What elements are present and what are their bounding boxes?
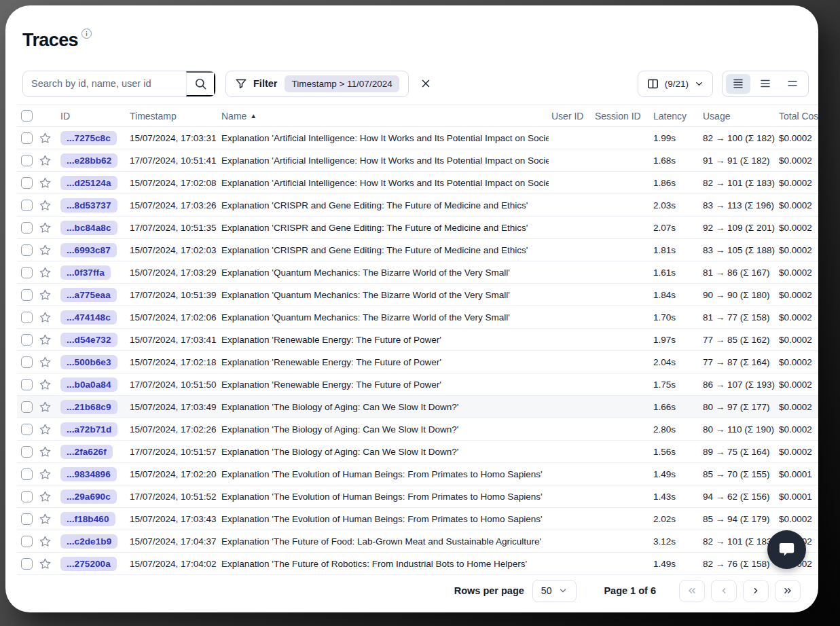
bookmark-star-button[interactable] (39, 557, 52, 570)
row-height-large-button[interactable] (780, 74, 805, 94)
row-checkbox[interactable] (21, 289, 33, 301)
trace-id-badge[interactable]: ...6993c87 (60, 243, 117, 257)
column-header-latency[interactable]: Latency (651, 111, 700, 122)
table-row[interactable]: ...0f37ffa 15/07/2024, 17:03:29 Explanat… (17, 261, 818, 284)
bookmark-star-button[interactable] (39, 445, 52, 458)
row-checkbox[interactable] (21, 379, 33, 390)
trace-id-badge[interactable]: ...21b68c9 (60, 400, 117, 414)
row-checkbox[interactable] (21, 312, 33, 323)
row-height-small-button[interactable] (726, 74, 750, 94)
table-row[interactable]: ...d25124a 15/07/2024, 17:02:08 Explanat… (17, 172, 818, 194)
row-checkbox[interactable] (21, 468, 33, 480)
clear-filter-button[interactable] (420, 78, 431, 89)
table-row[interactable]: ...29a690c 17/07/2024, 10:51:52 Explanat… (17, 485, 818, 508)
chat-widget-button[interactable] (767, 530, 806, 569)
row-checkbox[interactable] (21, 222, 33, 234)
row-checkbox[interactable] (21, 513, 33, 525)
trace-id-badge[interactable]: ...d25124a (60, 176, 117, 190)
row-checkbox[interactable] (21, 491, 33, 502)
table-row[interactable]: ...8d53737 15/07/2024, 17:03:26 Explanat… (17, 194, 818, 217)
trace-id-badge[interactable]: ...500b6e3 (60, 355, 117, 369)
row-checkbox[interactable] (21, 536, 33, 547)
column-visibility-button[interactable]: (9/21) (638, 71, 713, 97)
bookmark-star-button[interactable] (39, 132, 52, 145)
next-page-button[interactable] (743, 580, 769, 602)
bookmark-star-button[interactable] (39, 401, 52, 413)
bookmark-star-button[interactable] (39, 378, 52, 391)
column-header-user-id[interactable]: User ID (549, 111, 592, 122)
bookmark-star-button[interactable] (39, 221, 52, 234)
bookmark-star-button[interactable] (39, 154, 52, 167)
select-all-checkbox[interactable] (21, 110, 33, 122)
bookmark-star-button[interactable] (39, 199, 52, 212)
filter-chip[interactable]: Timestamp > 11/07/2024 (285, 75, 399, 92)
row-checkbox[interactable] (21, 244, 33, 256)
row-checkbox[interactable] (21, 177, 33, 189)
search-input[interactable] (23, 71, 186, 96)
column-header-usage[interactable]: Usage (700, 111, 776, 122)
trace-id-badge[interactable]: ...7275c8c (60, 131, 117, 145)
table-row[interactable]: ...a72b71d 15/07/2024, 17:02:26 Explanat… (17, 418, 818, 441)
previous-page-button[interactable] (711, 580, 737, 602)
bookmark-star-button[interactable] (39, 311, 52, 324)
trace-id-badge[interactable]: ...e28bb62 (60, 153, 117, 168)
bookmark-star-button[interactable] (39, 177, 52, 189)
bookmark-star-button[interactable] (39, 535, 52, 548)
trace-id-badge[interactable]: ...9834896 (60, 467, 117, 481)
column-header-session-id[interactable]: Session ID (592, 111, 651, 122)
trace-id-badge[interactable]: ...a775eaa (60, 288, 117, 302)
table-row[interactable]: ...21b68c9 15/07/2024, 17:03:49 Explanat… (17, 396, 818, 418)
bookmark-star-button[interactable] (39, 513, 52, 526)
trace-id-badge[interactable]: ...bc84a8c (60, 221, 117, 235)
table-row[interactable]: ...f18b460 15/07/2024, 17:03:43 Explanat… (17, 508, 818, 530)
column-header-timestamp[interactable]: Timestamp (127, 111, 219, 122)
row-checkbox[interactable] (21, 200, 33, 211)
table-row[interactable]: ...7275c8c 15/07/2024, 17:03:31 Explanat… (17, 127, 818, 149)
trace-id-badge[interactable]: ...f18b460 (60, 512, 115, 526)
row-checkbox[interactable] (21, 267, 33, 278)
table-row[interactable]: ...474148c 15/07/2024, 17:02:06 Explanat… (17, 306, 818, 329)
trace-id-badge[interactable]: ...c2de1b9 (60, 534, 117, 549)
table-row[interactable]: ...500b6e3 15/07/2024, 17:02:18 Explanat… (17, 351, 818, 373)
search-button[interactable] (186, 71, 215, 96)
table-row[interactable]: ...6993c87 15/07/2024, 17:02:03 Explanat… (17, 239, 818, 261)
table-row[interactable]: ...b0a0a84 17/07/2024, 10:51:50 Explanat… (17, 373, 818, 396)
bookmark-star-button[interactable] (39, 468, 52, 481)
row-height-medium-button[interactable] (753, 74, 778, 94)
row-checkbox[interactable] (21, 155, 33, 166)
table-row[interactable]: ...9834896 15/07/2024, 17:02:20 Explanat… (17, 463, 818, 485)
table-row[interactable]: ...bc84a8c 17/07/2024, 10:51:35 Explanat… (17, 217, 818, 239)
row-checkbox[interactable] (21, 334, 33, 346)
trace-id-badge[interactable]: ...a72b71d (60, 422, 117, 437)
row-checkbox[interactable] (21, 356, 33, 368)
bookmark-star-button[interactable] (39, 333, 52, 346)
trace-id-badge[interactable]: ...8d53737 (60, 198, 117, 213)
row-checkbox[interactable] (21, 132, 33, 144)
trace-id-badge[interactable]: ...d54e732 (60, 333, 117, 347)
trace-id-badge[interactable]: ...275200a (60, 557, 117, 571)
trace-id-badge[interactable]: ...29a690c (60, 490, 117, 504)
bookmark-star-button[interactable] (39, 490, 52, 503)
column-header-id[interactable]: ID (59, 111, 127, 122)
table-row[interactable]: ...275200a 15/07/2024, 17:04:02 Explanat… (17, 553, 818, 575)
row-checkbox[interactable] (21, 446, 33, 458)
bookmark-star-button[interactable] (39, 266, 52, 279)
table-row[interactable]: ...d54e732 15/07/2024, 17:03:41 Explanat… (17, 329, 818, 351)
filter-button[interactable]: Filter Timestamp > 11/07/2024 (225, 71, 409, 97)
bookmark-star-button[interactable] (39, 356, 52, 369)
table-row[interactable]: ...c2de1b9 15/07/2024, 17:04:37 Explanat… (17, 530, 818, 553)
info-icon[interactable]: i (81, 29, 92, 39)
row-checkbox[interactable] (21, 401, 33, 413)
trace-id-badge[interactable]: ...0f37ffa (60, 265, 111, 280)
trace-id-badge[interactable]: ...b0a0a84 (60, 378, 117, 392)
column-header-name[interactable]: Name▲ (219, 111, 549, 122)
table-row[interactable]: ...2fa626f 17/07/2024, 10:51:57 Explanat… (17, 441, 818, 463)
first-page-button[interactable] (679, 580, 705, 602)
bookmark-star-button[interactable] (39, 244, 52, 257)
bookmark-star-button[interactable] (39, 289, 52, 301)
row-checkbox[interactable] (21, 424, 33, 435)
trace-id-badge[interactable]: ...2fa626f (60, 445, 113, 459)
table-row[interactable]: ...e28bb62 17/07/2024, 10:51:41 Explanat… (17, 149, 818, 172)
row-checkbox[interactable] (21, 558, 33, 570)
table-row[interactable]: ...a775eaa 17/07/2024, 10:51:39 Explanat… (17, 284, 818, 306)
